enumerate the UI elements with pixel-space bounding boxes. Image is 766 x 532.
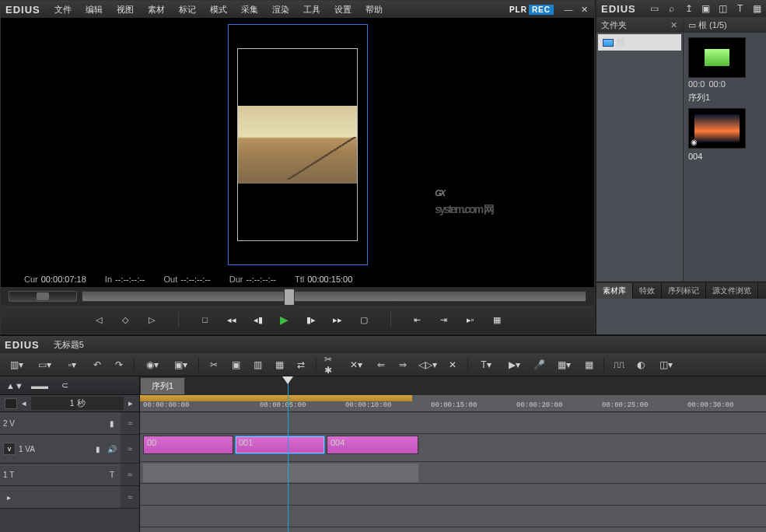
overlay-icon[interactable]: ▦ [489, 312, 505, 327]
set-clip-icon[interactable]: ◇ [117, 312, 133, 327]
close-button[interactable]: ✕ [579, 4, 589, 15]
layout-icon[interactable]: ◫▾ [656, 358, 676, 372]
video-icon[interactable]: ▮ [107, 418, 117, 429]
ripple-toggle-1va[interactable]: ≈ [121, 435, 139, 463]
sequence-tab[interactable]: 序列1 [140, 377, 185, 394]
menu-clip[interactable]: 素材 [142, 2, 171, 17]
audio-icon[interactable]: 🔊 [107, 443, 117, 454]
position-slider[interactable] [82, 291, 586, 302]
scale-right-icon[interactable]: ▸ [127, 398, 135, 408]
timeline-clip-00[interactable]: 00 [143, 436, 233, 454]
play-icon[interactable]: ▶ [277, 312, 292, 327]
folder-pane-close-icon[interactable]: ✕ [669, 20, 678, 30]
track-header-1va[interactable]: v 1 VA ▮ 🔊 [0, 435, 121, 463]
track-lane-1t[interactable] [140, 484, 766, 506]
rewind-icon[interactable]: ◂◂ [224, 312, 240, 327]
tab-seq-markers[interactable]: 序列标记 [662, 283, 706, 299]
timeline-clip-001[interactable]: 001 [235, 436, 325, 454]
multicam-icon[interactable]: ▦ [582, 358, 596, 372]
color-icon[interactable]: ▦▾ [554, 358, 574, 372]
goto-out-icon[interactable]: ⇥ [436, 312, 452, 327]
loop-icon[interactable]: ▢ [356, 312, 372, 327]
audio-clip-region[interactable] [143, 464, 418, 482]
video-icon[interactable]: ▮ [93, 443, 103, 454]
ripple-delete-icon[interactable]: ⇐ [374, 358, 388, 372]
scale-left-icon[interactable]: ◂ [20, 398, 28, 408]
scale-selector[interactable] [5, 398, 17, 409]
paste-overwrite-icon[interactable]: ▦ [272, 358, 286, 372]
track-header-audio[interactable]: ▸ [0, 486, 121, 508]
menu-settings[interactable]: 设置 [328, 2, 358, 17]
paste-insert-icon[interactable]: ▥ [250, 358, 264, 372]
tracks-area[interactable]: 序列1 00:00:00:00 00:00:05:00 00:00:10:00 … [140, 376, 766, 532]
search-icon[interactable]: ⌕ [666, 2, 678, 15]
vectorscope-icon[interactable]: ◐ [634, 358, 648, 372]
track-header-2v[interactable]: 2 V ▮ [0, 412, 121, 434]
menu-render[interactable]: 渲染 [266, 2, 296, 17]
timeline-clip-004[interactable]: 004 [327, 436, 418, 454]
tc-dur-value[interactable]: --:--:--:-- [246, 275, 275, 284]
new-sequence-icon[interactable]: ▥▾ [6, 358, 26, 372]
work-area-bar[interactable] [140, 395, 412, 401]
overwrite-mode-icon[interactable]: ▬▬ [31, 380, 48, 392]
folder-icon[interactable]: ▭ [649, 2, 661, 15]
replace-icon[interactable]: ⇄ [294, 358, 308, 372]
transition-icon[interactable]: ◁▷▾ [418, 358, 438, 372]
ripple-insert-icon[interactable]: ⇒ [396, 358, 410, 372]
position-thumb[interactable] [284, 289, 295, 306]
tab-source-browser[interactable]: 源文件浏览 [706, 283, 758, 299]
insert-mode-icon[interactable]: ▲▼ [6, 380, 23, 392]
clip-card-004[interactable]: ◉ 004 [688, 108, 746, 161]
title-icon[interactable]: T▾ [476, 358, 496, 372]
delete-icon[interactable]: ✕▾ [346, 358, 366, 372]
ripple-toggle-2v[interactable]: ≈ [121, 412, 139, 434]
ripple-toggle-audio[interactable]: ≈ [121, 486, 139, 508]
menu-file[interactable]: 文件 [48, 2, 78, 17]
save-icon[interactable]: ▫▾ [62, 358, 82, 372]
up-icon[interactable]: ↥ [683, 2, 695, 15]
cut-icon[interactable]: ✂ [207, 358, 221, 372]
props-icon[interactable]: ▦ [751, 2, 764, 15]
redo-icon[interactable]: ↷ [112, 358, 126, 372]
render-icon[interactable]: ▶▾ [504, 358, 524, 372]
crossfade-icon[interactable]: ✕ [446, 358, 460, 372]
voiceover-icon[interactable]: 🎤 [532, 358, 546, 372]
jog-shuttle[interactable] [9, 291, 77, 302]
title-track-icon[interactable]: T [107, 469, 117, 480]
clip-card-sequence1[interactable]: 00:0 00:0 序列1 [688, 37, 746, 103]
minimize-button[interactable]: — [563, 4, 574, 15]
track-lane-extra[interactable] [140, 506, 766, 527]
root-folder-item[interactable]: 根 [598, 34, 681, 51]
track-select-1va[interactable]: v [3, 443, 16, 455]
tc-ttl-value[interactable]: 00:00:15:00 [307, 275, 352, 284]
track-lane-1va-audio[interactable] [140, 462, 766, 484]
tab-library[interactable]: 素材库 [596, 283, 633, 299]
magnet-icon[interactable]: ⊂ [56, 380, 73, 392]
menu-mode[interactable]: 模式 [204, 2, 233, 17]
menu-view[interactable]: 视图 [110, 2, 140, 17]
set-out-icon[interactable]: ▷ [144, 312, 159, 327]
scale-label[interactable]: 1 秒 [31, 397, 124, 410]
text-icon[interactable]: T [734, 2, 747, 15]
play-inout-icon[interactable]: ▸▫ [463, 312, 478, 327]
time-ruler[interactable]: 00:00:00:00 00:00:05:00 00:00:10:00 00:0… [140, 395, 766, 412]
undo-icon[interactable]: ↶ [90, 358, 104, 372]
set-in-icon[interactable]: ◁ [91, 312, 107, 327]
goto-in-icon[interactable]: ⇤ [410, 312, 425, 327]
track-lane-1va[interactable]: 00 001 004 [140, 434, 766, 462]
playhead[interactable] [288, 376, 289, 532]
menu-edit[interactable]: 编辑 [79, 2, 109, 17]
menu-help[interactable]: 帮助 [359, 2, 389, 17]
menu-marker[interactable]: 标记 [173, 2, 202, 17]
next-frame-icon[interactable]: ▮▸ [303, 312, 319, 327]
record-icon[interactable]: ◉▾ [142, 358, 163, 372]
ripple-toggle-1t[interactable]: ≈ [121, 464, 139, 485]
new-bin-icon[interactable]: ▣ [700, 2, 712, 15]
fast-forward-icon[interactable]: ▸▸ [330, 312, 345, 327]
stop-icon[interactable]: □ [198, 312, 213, 327]
razor-icon[interactable]: ✂✱ [324, 358, 338, 372]
tc-in-value[interactable]: --:--:--:-- [115, 275, 145, 284]
copy-icon[interactable]: ▣ [229, 358, 243, 372]
tab-effects[interactable]: 特效 [633, 283, 662, 299]
export-icon[interactable]: ▣▾ [170, 358, 191, 372]
